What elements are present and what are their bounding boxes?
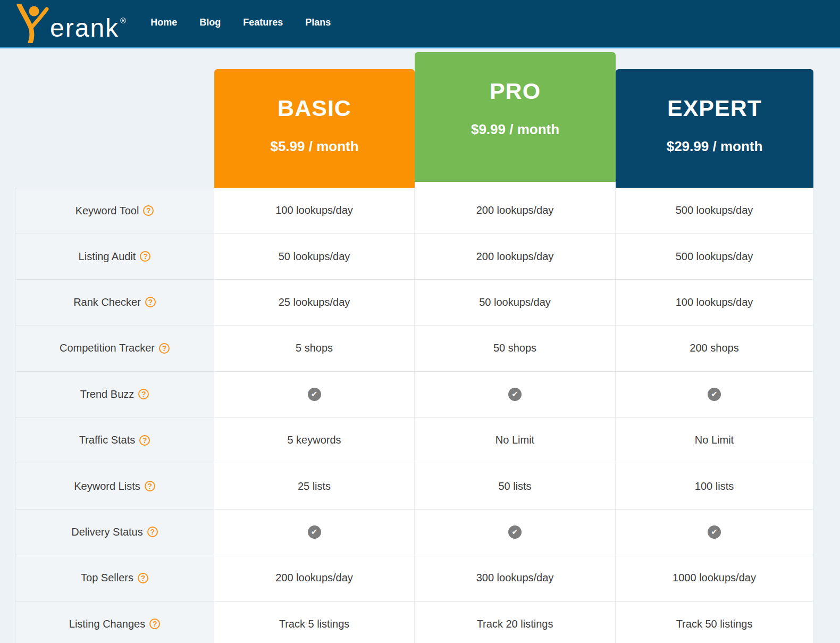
nav-item-home[interactable]: Home	[150, 17, 177, 28]
feature-value-cell: Track 20 listings	[415, 602, 616, 643]
check-icon: ✔	[708, 525, 721, 539]
feature-label: Keyword Lists	[74, 480, 140, 492]
help-icon[interactable]: ?	[145, 297, 156, 307]
table-row: Competition Tracker?5 shops50 shops200 s…	[15, 325, 813, 371]
feature-label-cell: Rank Checker?	[15, 280, 214, 325]
check-icon: ✔	[308, 525, 321, 539]
feature-value-cell: ✔	[214, 510, 415, 555]
help-icon[interactable]: ?	[139, 435, 150, 446]
top-navbar: erank ® Home Blog Features Plans	[0, 0, 840, 47]
feature-value-cell: 5 keywords	[214, 417, 415, 463]
logo-text: erank	[50, 15, 119, 43]
feature-value-cell: 50 shops	[415, 325, 616, 371]
navbar-accent-line	[0, 47, 840, 48]
check-icon: ✔	[508, 388, 522, 401]
table-row: Listing Audit?50 lookups/day200 lookups/…	[15, 233, 813, 279]
plan-price-basic: $5.99 / month	[270, 138, 358, 154]
table-row: Keyword Lists?25 lists50 lists100 lists	[15, 463, 813, 509]
feature-value-cell: No Limit	[415, 417, 616, 463]
check-icon: ✔	[708, 388, 721, 401]
nav-item-plans[interactable]: Plans	[305, 17, 331, 28]
help-icon[interactable]: ?	[149, 619, 160, 629]
help-icon[interactable]: ?	[145, 481, 155, 491]
feature-value-cell: Track 5 listings	[214, 602, 415, 643]
feature-value-cell: ✔	[214, 372, 415, 417]
plan-header-pro: PRO $9.99 / month	[415, 52, 616, 182]
feature-label: Listing Audit	[79, 250, 136, 263]
feature-label-cell: Keyword Tool?	[15, 188, 214, 233]
feature-value-cell: 100 lookups/day	[616, 280, 813, 325]
feature-label-cell: Top Sellers?	[15, 555, 214, 601]
feature-value-cell: ✔	[616, 510, 813, 555]
feature-value-cell: ✔	[616, 372, 813, 417]
feature-value-cell: 1000 lookups/day	[616, 555, 813, 601]
plan-name-pro: PRO	[490, 78, 541, 104]
feature-value-cell: 100 lookups/day	[214, 188, 415, 233]
feature-label: Rank Checker	[73, 296, 141, 308]
feature-value-cell: 200 lookups/day	[415, 233, 616, 279]
feature-value-cell: 300 lookups/day	[415, 555, 616, 601]
pro-column-underlay	[415, 182, 616, 188]
feature-value-cell: 200 shops	[616, 325, 813, 371]
feature-label-cell: Keyword Lists?	[15, 463, 214, 509]
feature-value-cell: ✔	[415, 510, 616, 555]
table-row: Rank Checker?25 lookups/day50 lookups/da…	[15, 280, 813, 325]
feature-label: Listing Changes	[69, 618, 145, 630]
feature-value-cell: No Limit	[616, 417, 813, 463]
feature-label-cell: Delivery Status?	[15, 510, 214, 555]
feature-value-cell: 5 shops	[214, 325, 415, 371]
feature-value-cell: 500 lookups/day	[616, 188, 813, 233]
table-row: Listing Changes?Track 5 listingsTrack 20…	[15, 602, 813, 643]
feature-label-cell: Traffic Stats?	[15, 417, 214, 463]
table-row: Delivery Status?✔✔✔	[15, 510, 813, 555]
main-nav: Home Blog Features Plans	[150, 17, 331, 30]
plan-name-basic: BASIC	[278, 95, 351, 121]
help-icon[interactable]: ?	[138, 389, 149, 399]
help-icon[interactable]: ?	[159, 343, 170, 354]
feature-value-cell: 50 lookups/day	[214, 233, 415, 279]
feature-label-cell: Competition Tracker?	[15, 325, 214, 371]
feature-label: Competition Tracker	[60, 342, 155, 354]
feature-value-cell: 200 lookups/day	[214, 555, 415, 601]
feature-value-cell: 25 lists	[214, 463, 415, 509]
feature-value-cell: 25 lookups/day	[214, 280, 415, 325]
table-row: Traffic Stats?5 keywordsNo LimitNo Limit	[15, 417, 813, 463]
erank-pricing-page: erank ® Home Blog Features Plans BASIC $…	[0, 0, 840, 643]
feature-label: Delivery Status	[71, 526, 143, 538]
feature-value-cell: 500 lookups/day	[616, 233, 813, 279]
nav-item-features[interactable]: Features	[243, 17, 283, 28]
plan-name-expert: EXPERT	[667, 95, 762, 121]
plan-header-expert: EXPERT $29.99 / month	[616, 69, 813, 188]
table-row: Trend Buzz?✔✔✔	[15, 372, 813, 417]
help-icon[interactable]: ?	[147, 527, 158, 537]
check-icon: ✔	[308, 388, 321, 401]
feature-label-cell: Listing Changes?	[15, 602, 214, 643]
erank-person-icon	[16, 4, 49, 43]
table-row: Keyword Tool?100 lookups/day200 lookups/…	[15, 188, 813, 233]
registered-trademark: ®	[120, 16, 126, 25]
feature-value-cell: 50 lists	[415, 463, 616, 509]
help-icon[interactable]: ?	[138, 573, 148, 583]
help-icon[interactable]: ?	[140, 251, 150, 262]
feature-table: Keyword Tool?100 lookups/day200 lookups/…	[15, 188, 813, 643]
feature-value-cell: Track 50 listings	[616, 602, 813, 643]
check-icon: ✔	[508, 525, 522, 539]
feature-label-cell: Listing Audit?	[15, 233, 214, 279]
feature-value-cell: 50 lookups/day	[415, 280, 616, 325]
feature-label: Traffic Stats	[79, 434, 136, 446]
feature-label-cell: Trend Buzz?	[15, 372, 214, 417]
plan-price-expert: $29.99 / month	[667, 138, 763, 154]
feature-label: Top Sellers	[81, 572, 133, 584]
help-icon[interactable]: ?	[143, 205, 154, 216]
erank-logo[interactable]: erank ®	[16, 4, 125, 43]
nav-item-blog[interactable]: Blog	[199, 17, 221, 28]
plan-price-pro: $9.99 / month	[471, 121, 559, 137]
feature-value-cell: 100 lists	[616, 463, 813, 509]
plan-header-basic: BASIC $5.99 / month	[214, 69, 415, 188]
feature-label: Trend Buzz	[80, 388, 135, 400]
feature-value-cell: 200 lookups/day	[415, 188, 616, 233]
feature-label: Keyword Tool	[75, 205, 139, 217]
table-row: Top Sellers?200 lookups/day300 lookups/d…	[15, 555, 813, 601]
feature-value-cell: ✔	[415, 372, 616, 417]
